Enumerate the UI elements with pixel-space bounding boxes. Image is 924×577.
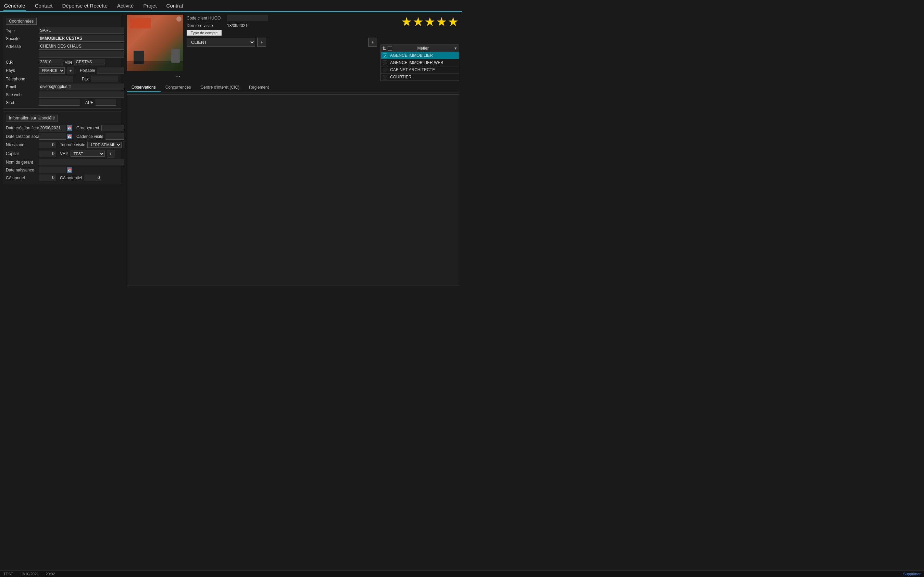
cadence-visite-input[interactable] <box>105 133 124 140</box>
email-input[interactable] <box>39 84 124 90</box>
derniere-visite-value: 18/09/2021 <box>227 23 254 28</box>
coordonnees-title: Coordonnées <box>6 18 37 25</box>
adresse-label: Adresse <box>6 44 37 49</box>
type-compte-row: Type de compte <box>187 30 377 35</box>
metier-header: ⇅ Métier ▼ <box>381 45 459 52</box>
tournee-visite-label: Tournée visite <box>60 142 85 147</box>
ca-row: CA potentiel <box>39 174 124 181</box>
client-select[interactable]: CLIENT <box>187 38 255 47</box>
tab-activite[interactable]: Activité <box>116 2 134 10</box>
ville-input[interactable] <box>74 59 105 65</box>
telephone-label: Téléphone <box>6 77 37 81</box>
tab-contrat[interactable]: Contrat <box>166 2 184 10</box>
metier-checkbox-1[interactable] <box>383 61 387 65</box>
tab-observations[interactable]: Observations <box>127 83 161 92</box>
siret-ape-row: APE <box>39 99 124 106</box>
nom-gerant-input[interactable] <box>39 159 124 165</box>
metier-label-2: CABINET ARCHITECTE <box>390 68 435 72</box>
top-navigation: Générale Contact Dépense et Recette Acti… <box>0 0 462 12</box>
ville-label: Ville <box>65 60 72 64</box>
vrp-add-button[interactable]: + <box>107 150 115 158</box>
tab-concurrences[interactable]: Concurrences <box>161 83 196 92</box>
tab-contact[interactable]: Contact <box>34 2 53 10</box>
pays-label: Pays <box>6 68 37 73</box>
pays-select[interactable]: FRANCE <box>39 68 65 74</box>
metier-item-3[interactable]: COURTIER <box>381 74 459 81</box>
company-photo <box>127 15 183 71</box>
photo-menu-dots[interactable]: ··· <box>127 73 183 81</box>
tournee-visite-select[interactable]: 1ERE SEMAINE <box>87 142 121 148</box>
observations-textarea[interactable] <box>127 95 459 285</box>
metier-checkbox-0[interactable]: ✓ <box>383 53 387 58</box>
right-panel: ··· Code client HUGO Dernière visite 18/… <box>124 12 462 288</box>
nb-salarie-input[interactable] <box>39 142 56 148</box>
calendar-icon-1[interactable]: 📅 <box>67 125 72 131</box>
tab-projet[interactable]: Projet <box>142 2 157 10</box>
derniere-visite-label: Dernière visite <box>187 23 225 28</box>
metier-item-0[interactable]: ✓ AGENCE IMMOBILIER <box>381 52 459 59</box>
date-naissance-input-group: 📅 <box>39 167 124 173</box>
ca-potentiel-input[interactable] <box>84 174 102 181</box>
date-naissance-input[interactable] <box>39 167 66 173</box>
derniere-visite-row: Dernière visite 18/09/2021 <box>187 23 377 28</box>
societe-label: Société <box>6 36 37 41</box>
code-client-input[interactable] <box>227 15 268 21</box>
date-creation-societe-input[interactable] <box>39 133 66 140</box>
metier-item-2[interactable]: CABINET ARCHITECTE <box>381 66 459 74</box>
societe-input[interactable] <box>39 35 124 42</box>
date-creation-societe-label: Date création société <box>6 134 37 139</box>
vrp-label: VRP <box>60 151 68 156</box>
type-input[interactable] <box>39 27 124 34</box>
metier-filter-icon[interactable]: ▼ <box>454 46 457 50</box>
ape-input[interactable] <box>95 99 116 106</box>
groupement-select[interactable] <box>102 125 124 131</box>
cp-ville-row: Ville <box>39 59 124 65</box>
vrp-select[interactable]: TEST <box>71 151 105 157</box>
photo-area: ··· <box>127 15 183 81</box>
cadence-visite-label: Cadence visite <box>76 134 103 139</box>
metier-checkbox-3[interactable] <box>383 75 387 79</box>
telephone-input[interactable] <box>39 76 73 82</box>
portable-input[interactable] <box>97 68 124 74</box>
coordonnees-section: Coordonnées Type Société Adresse C.P. Vi… <box>3 15 121 109</box>
siret-label: Siret <box>6 100 37 105</box>
tab-depense-recette[interactable]: Dépense et Recette <box>61 2 108 10</box>
capital-label: Capital <box>6 151 37 156</box>
client-add-button[interactable]: + <box>257 38 266 47</box>
calendar-icon-2[interactable]: 📅 <box>67 134 72 139</box>
adresse-input[interactable] <box>39 43 124 50</box>
date-creation-fiche-input[interactable] <box>39 125 66 131</box>
fax-input[interactable] <box>91 76 118 82</box>
right-add-button[interactable]: + <box>368 38 377 47</box>
siteweb-input[interactable] <box>39 91 124 98</box>
ca-annuel-input[interactable] <box>39 174 56 181</box>
pays-add-button[interactable]: + <box>67 67 74 74</box>
date-creation-fiche-input-group: 📅 <box>39 125 72 131</box>
tab-reglement[interactable]: Règlement <box>244 83 274 92</box>
type-label: Type <box>6 28 37 33</box>
siret-input[interactable] <box>39 99 80 106</box>
nb-salarie-row: Tournée visite 1ERE SEMAINE + <box>39 141 124 148</box>
rating-stars[interactable]: ★★★★★ <box>401 15 459 29</box>
date-creation-societe-input-group: 📅 <box>39 133 72 140</box>
metier-item-1[interactable]: AGENCE IMMOBILIER WEB <box>381 59 459 66</box>
capital-input[interactable] <box>39 151 56 157</box>
telephone-fax-row: Fax <box>39 76 124 82</box>
metier-sort-asc[interactable]: ⇅ <box>382 45 386 51</box>
adresse2-input[interactable] <box>39 51 124 58</box>
cp-input[interactable] <box>39 59 63 65</box>
date-naissance-label: Date naissance <box>6 168 37 172</box>
portable-label: Portable <box>80 68 95 73</box>
tab-generale[interactable]: Générale <box>3 2 26 11</box>
calendar-icon-3[interactable]: 📅 <box>67 168 72 173</box>
coordonnees-form: Type Société Adresse C.P. Ville Pays <box>3 27 121 108</box>
type-compte-button[interactable]: Type de compte <box>187 30 221 35</box>
metier-header-label: Métier <box>394 46 452 51</box>
client-select-row: CLIENT + + <box>187 38 377 47</box>
metier-checkbox-2[interactable] <box>383 68 387 72</box>
date-creation-fiche-row: 📅 Groupement + <box>39 124 124 132</box>
right-info-area: Code client HUGO Dernière visite 18/09/2… <box>187 15 377 81</box>
metier-header-checkbox[interactable] <box>388 46 392 51</box>
email-label: Email <box>6 85 37 89</box>
tab-cic[interactable]: Centre d'intérêt (CIC) <box>195 83 244 92</box>
